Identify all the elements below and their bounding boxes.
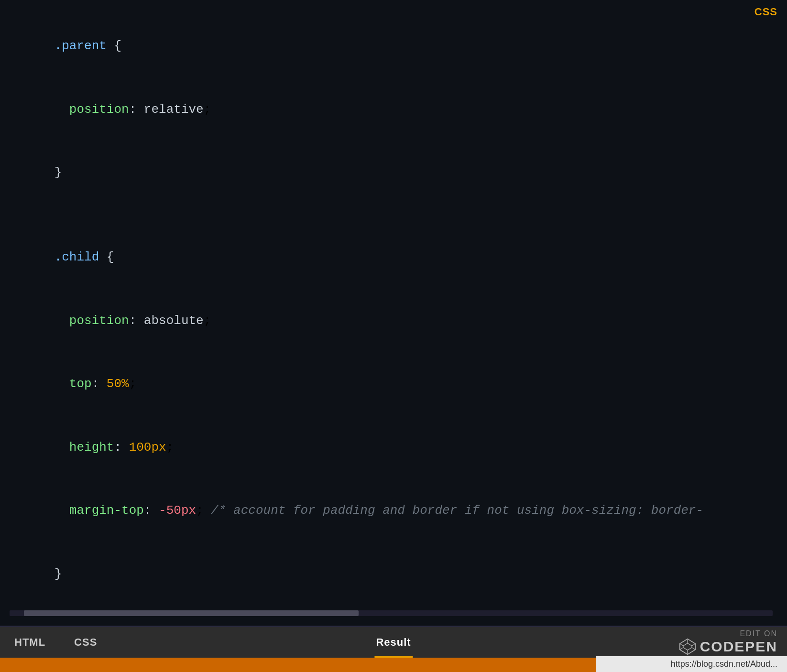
code-line: margin-top: -50px; /* account for paddin… <box>10 479 773 542</box>
codepen-icon <box>679 638 696 655</box>
code-line: } <box>10 141 773 205</box>
tab-result[interactable]: Result <box>361 627 425 658</box>
tab-html[interactable]: HTML <box>0 627 60 658</box>
code-line: .child { <box>10 226 773 289</box>
tab-css[interactable]: CSS <box>60 627 111 658</box>
code-negative: -50px <box>151 503 196 518</box>
code-selector: .parent <box>55 39 114 53</box>
edit-on-label: EDIT ON <box>740 629 777 638</box>
code-property: top <box>55 377 92 391</box>
code-line <box>10 205 773 226</box>
codepen-text: CODEPEN <box>700 639 777 655</box>
tabs-bar: HTML CSS Result EDIT ON CODEPEN <box>0 627 787 658</box>
language-label: CSS <box>754 6 777 18</box>
code-selector: .child <box>55 250 107 264</box>
code-property: height <box>55 440 114 455</box>
code-editor: CSS .parent { position: relative; } .chi… <box>0 0 787 627</box>
svg-line-5 <box>692 648 695 650</box>
code-number: 100px <box>121 440 166 455</box>
code-scrollbar[interactable] <box>10 610 773 616</box>
code-line: height: 100px; <box>10 416 773 479</box>
code-property: position <box>55 314 129 328</box>
code-line: .parent { <box>10 14 773 78</box>
code-line: } <box>10 542 773 606</box>
svg-line-7 <box>692 644 695 646</box>
code-line: position: relative; <box>10 78 773 141</box>
code-value: relative <box>136 102 203 117</box>
code-property: position <box>55 102 129 117</box>
codepen-brand: CODEPEN <box>679 638 777 655</box>
code-comment: /* account for padding and border if not… <box>204 503 703 518</box>
code-property: margin-top <box>55 503 144 518</box>
url-bar: https://blog.csdn.net/Abud... <box>596 656 787 672</box>
codepen-logo: EDIT ON CODEPEN <box>679 629 777 655</box>
code-value: absolute <box>136 314 203 328</box>
code-block: .parent { position: relative; } .child {… <box>10 10 773 606</box>
svg-marker-1 <box>683 643 692 650</box>
svg-line-4 <box>679 644 683 646</box>
scrollbar-thumb[interactable] <box>24 610 359 616</box>
code-line: top: 50%; <box>10 352 773 416</box>
code-number: 50% <box>99 377 129 391</box>
code-line: position: absolute; <box>10 289 773 352</box>
svg-line-6 <box>679 648 683 650</box>
